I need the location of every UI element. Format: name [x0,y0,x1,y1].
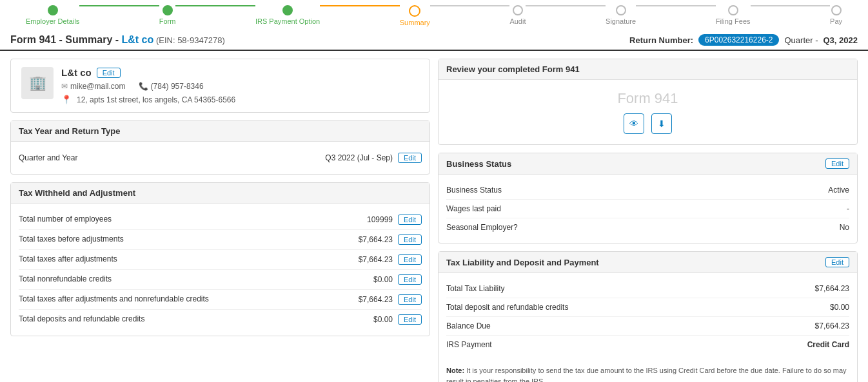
tax-withheld-label: Total taxes after adjustments and nonref… [19,294,209,305]
tax-year-header: Tax Year and Return Type [11,121,429,142]
page-header: Form 941 - Summary - L&t co (EIN: 58-934… [0,29,868,51]
employer-name: L&t co [61,67,92,78]
tax-withheld-header: Tax Withheld and Adjustment [11,183,429,204]
connector-5 [526,5,606,6]
step-summary[interactable]: Summary [400,5,430,26]
step-label-summary: Summary [400,19,430,26]
tax-year-body: Quarter and Year Q3 2022 (Jul - Sep) Edi… [11,142,429,174]
employer-details: L&t co Edit ✉ mike@mail.com 📞 (784) 957-… [61,67,419,104]
connector-3 [320,5,400,6]
phone-item: 📞 (784) 957-8346 [139,82,204,91]
tax-liability-note: Note: It is your responsibility to send … [439,360,857,382]
tl-value: Credit Card [807,340,849,349]
tax-withheld-body: Total number of employees 109999 Edit To… [11,204,429,336]
bs-value: No [840,223,849,232]
tax-withheld-label: Total number of employees [19,215,112,225]
employer-card-body: 🏢 L&t co Edit ✉ mike@mail.com [11,59,429,112]
tax-year-card: Tax Year and Return Type Quarter and Yea… [10,120,430,175]
bs-value: - [847,204,849,213]
step-dot-irs [282,5,293,15]
location-icon: 📍 [61,95,72,104]
download-form-button[interactable]: ⬇ [651,113,672,134]
tax-year-edit-button[interactable]: Edit [398,153,422,163]
tax-liability-row: Total Tax Liability $7,664.23 [446,280,849,298]
quarter-label: Quarter - [784,35,818,45]
tl-value: $0.00 [830,303,849,312]
quarter-label-text: Quarter and Year [19,153,77,162]
tax-withheld-edit-btn-0[interactable]: Edit [398,215,422,225]
main-content: 🏢 L&t co Edit ✉ mike@mail.com [0,51,868,382]
tax-withheld-edit-btn-4[interactable]: Edit [398,294,422,305]
step-label-signature: Signature [606,17,636,25]
employer-edit-button[interactable]: Edit [97,68,121,78]
tl-label: Total deposit and refundable credits [446,303,568,312]
return-info: Return Number: 6P002632216226-2 Quarter … [629,34,858,46]
tax-liability-edit-button[interactable]: Edit [825,257,849,267]
tl-label: IRS Payment [446,340,492,349]
step-dot-audit [513,5,523,15]
form-review-title: Review your completed Form 941 [446,64,580,74]
tax-withheld-label: Total taxes before adjustments [19,234,124,245]
tax-withheld-row: Total nonrefundable credits $0.00 Edit [19,270,422,290]
bs-label: Wages last paid [446,204,501,213]
business-status-body: Business Status Active Wages last paid -… [439,175,857,243]
connector-7 [751,5,831,6]
business-status-row: Seasonal Employer? No [446,218,849,236]
step-dot-summary [409,5,420,17]
business-status-edit-button[interactable]: Edit [825,158,849,169]
step-audit[interactable]: Audit [509,5,526,25]
step-dot-signature [616,5,626,15]
tax-withheld-value-wrap: $7,664.23 Edit [359,254,422,265]
step-dot-pay [831,5,842,15]
tax-withheld-value-wrap: $7,664.23 Edit [359,234,422,245]
tax-withheld-label: Total deposits and refundable credits [19,314,144,325]
step-label-audit: Audit [509,17,526,25]
bs-label: Seasonal Employer? [446,223,518,232]
tl-label: Total Tax Liability [446,284,505,293]
business-status-row: Business Status Active [446,181,849,200]
employer-name-row: L&t co Edit [61,67,419,78]
tax-withheld-value: $7,664.23 [359,255,393,264]
form-review-body: Form 941 👁 ⬇ [439,80,857,144]
quarter-row: Quarter and Year Q3 2022 (Jul - Sep) Edi… [19,148,422,167]
tax-withheld-row: Total deposits and refundable credits $0… [19,310,422,329]
tax-liability-row: Balance Due $7,664.23 [446,317,849,336]
tax-withheld-row: Total number of employees 109999 Edit [19,210,422,230]
step-dot-filing [728,5,738,15]
business-status-header: Business Status Edit [439,153,857,175]
employer-info-card: 🏢 L&t co Edit ✉ mike@mail.com [10,59,430,113]
tax-withheld-label: Total nonrefundable credits [19,274,112,285]
business-status-title: Business Status [446,159,511,169]
step-label-pay: Pay [830,17,842,25]
tax-withheld-value: 109999 [367,215,393,224]
tax-withheld-edit-btn-3[interactable]: Edit [398,274,422,285]
tax-withheld-edit-btn-2[interactable]: Edit [398,254,422,265]
tax-withheld-value-wrap: $0.00 Edit [373,274,422,285]
step-label-employer: Employer Details [26,17,79,25]
connector-4 [430,5,510,6]
business-status-row: Wages last paid - [446,200,849,218]
tax-liability-title: Tax Liability and Deposit and Payment [446,258,599,267]
phone-icon: 📞 [139,82,148,91]
tax-withheld-value-wrap: $7,664.23 Edit [359,294,422,305]
tax-liability-card: Tax Liability and Deposit and Payment Ed… [438,251,858,382]
step-employer-details[interactable]: Employer Details [26,5,79,25]
ein-text: (EIN: 58-9347278) [153,35,225,45]
form-title-text: Form 941 - Summary - [10,34,122,45]
tl-value: $7,664.23 [815,284,849,293]
tax-withheld-label: Total taxes after adjustments [19,254,117,265]
tl-value: $7,664.23 [815,321,849,330]
address-item: 📍 12, apts 1st street, los angels, CA 54… [61,95,419,104]
connector-6 [636,5,716,6]
tax-withheld-edit-btn-1[interactable]: Edit [398,234,422,245]
step-pay[interactable]: Pay [830,5,842,25]
tax-withheld-edit-btn-5[interactable]: Edit [398,314,422,325]
view-form-button[interactable]: 👁 [624,113,644,134]
email-icon: ✉ [61,82,68,91]
email-item: ✉ mike@mail.com [61,82,126,91]
contact-row: ✉ mike@mail.com 📞 (784) 957-8346 [61,82,419,91]
step-filing-fees[interactable]: Filing Fees [716,5,751,25]
step-signature[interactable]: Signature [606,5,636,25]
step-form[interactable]: Form [159,5,176,25]
step-irs-payment[interactable]: IRS Payment Option [255,5,320,25]
